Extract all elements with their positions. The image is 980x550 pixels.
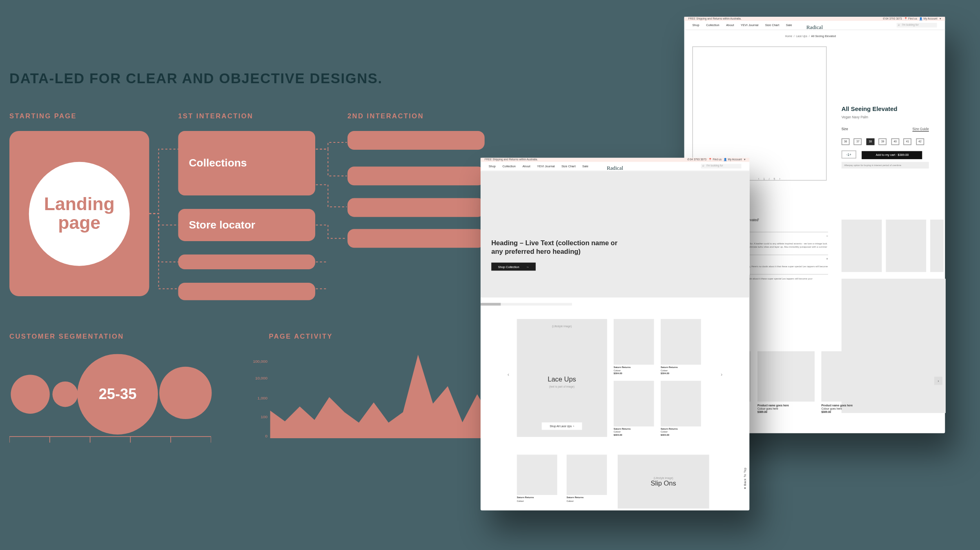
brand-logo[interactable]: Radical bbox=[806, 24, 823, 30]
ytick-10000: 10,000 bbox=[241, 376, 267, 380]
phone-number-2: 04 3793 3073 bbox=[690, 158, 706, 161]
related-thumb-2[interactable] bbox=[886, 220, 926, 272]
mini-product-1[interactable]: Saturn ReturnsColour$304.00 bbox=[614, 319, 654, 375]
second-interaction-4 bbox=[347, 229, 485, 248]
rec-price-2: $389.00 bbox=[757, 410, 767, 414]
size-39[interactable]: 39 bbox=[879, 138, 887, 144]
related-thumb-3[interactable] bbox=[930, 220, 944, 272]
mini-product-4[interactable]: Saturn ReturnsColour$304.00 bbox=[661, 381, 701, 437]
nav2-shop[interactable]: Shop bbox=[489, 164, 496, 168]
nav2-collection[interactable]: Collection bbox=[502, 164, 516, 168]
scroll-indicator bbox=[481, 303, 572, 306]
product-info: All Seeing Elevated Vegan Navy Palm Size… bbox=[842, 105, 929, 168]
find-us-link[interactable]: Find us bbox=[908, 17, 917, 20]
mini-price-3: $304.00 bbox=[661, 372, 669, 375]
nav-sizechart[interactable]: Size Chart bbox=[765, 24, 780, 27]
featured-category-card[interactable]: (Lifestyle image) Lace Ups (text is part… bbox=[517, 319, 607, 437]
nav2-journal[interactable]: YEVI Journal bbox=[537, 164, 555, 168]
mini-product-2[interactable]: Saturn ReturnsColour$304.00 bbox=[614, 381, 654, 437]
rec-card-2[interactable]: Product name goes hereColour goes here$3… bbox=[757, 351, 815, 414]
rec-meta-3: Colour goes here bbox=[821, 407, 842, 410]
featured-row: (Lifestyle image) Lace Ups (text is part… bbox=[481, 319, 749, 437]
search-input[interactable]: I'm looking for bbox=[897, 23, 937, 28]
mini-name-3: Saturn Returns bbox=[661, 366, 678, 369]
my-account-link[interactable]: My Account bbox=[924, 17, 938, 20]
interaction-store-locator: Store locator bbox=[178, 209, 315, 241]
mini-img-5 bbox=[517, 455, 557, 495]
pager-current: 1 bbox=[763, 177, 765, 180]
add-to-cart-button[interactable]: Add to my cart · $389.00 bbox=[862, 151, 922, 159]
mock-listing-page: FREE Shipping and Returns within Austral… bbox=[481, 158, 749, 510]
nav2-about[interactable]: About bbox=[522, 164, 530, 168]
mini-product-3[interactable]: Saturn ReturnsColour$304.00 bbox=[661, 319, 701, 375]
nav2-sale[interactable]: Sale bbox=[582, 164, 588, 168]
interaction-item-3 bbox=[178, 255, 315, 269]
chevron-down-icon-2: ▾ bbox=[744, 158, 745, 161]
search-placeholder-2: I'm looking for bbox=[706, 164, 723, 167]
size-38[interactable]: 38 bbox=[866, 138, 875, 144]
featured-category-card-2[interactable]: (Lifestyle image) Slip Ons bbox=[618, 455, 709, 508]
search-input-2[interactable]: I'm looking for bbox=[701, 164, 742, 169]
mini-meta-5: Colour bbox=[517, 499, 524, 502]
size-40[interactable]: 40 bbox=[891, 138, 899, 144]
product-row-2: Saturn ReturnsColour Saturn ReturnsColou… bbox=[517, 455, 607, 502]
featured-category-sub: (text is part of image) bbox=[549, 385, 575, 388]
related-thumb-1[interactable] bbox=[842, 220, 882, 272]
size-37[interactable]: 37 bbox=[854, 138, 862, 144]
nav2-sizechart[interactable]: Size Chart bbox=[561, 164, 576, 168]
plus-icon: + bbox=[826, 257, 828, 260]
crumb-current: All Seeing Elevated bbox=[811, 34, 836, 38]
mini-img-1 bbox=[614, 319, 654, 365]
nav-about[interactable]: About bbox=[726, 24, 734, 27]
featured-category-title-2: Slip Ons bbox=[650, 479, 676, 487]
mini-meta-1: Colour bbox=[614, 369, 621, 372]
my-account-link-2[interactable]: My Account bbox=[728, 158, 742, 161]
chevron-down-icon: ▾ bbox=[940, 17, 941, 20]
arrow-right-icon[interactable]: › bbox=[779, 177, 780, 181]
back-to-top-button[interactable]: ▲ Back To Top bbox=[743, 467, 746, 490]
mini-price-2: $304.00 bbox=[614, 434, 622, 437]
qty-value: 1 bbox=[848, 153, 850, 157]
brand-logo-2[interactable]: Radical bbox=[607, 165, 623, 171]
mini-img-2 bbox=[614, 381, 654, 426]
crumb-cat[interactable]: Lace Ups bbox=[796, 34, 807, 38]
size-36[interactable]: 36 bbox=[842, 138, 850, 144]
shop-collection-button[interactable]: Shop Collection→ bbox=[491, 263, 536, 271]
nav-sale[interactable]: Sale bbox=[786, 24, 792, 27]
featured-category-title: Lace Ups bbox=[548, 375, 576, 383]
find-us-link-2[interactable]: Find us bbox=[713, 158, 722, 161]
pager-total: 5 bbox=[774, 177, 775, 180]
lifestyle-caption: (Lifestyle image) bbox=[552, 324, 572, 328]
carousel-next-icon[interactable]: › bbox=[934, 377, 942, 385]
shop-collection-label: Shop Collection bbox=[498, 265, 519, 268]
mini-product-6[interactable]: Saturn ReturnsColour bbox=[567, 455, 607, 502]
mini-product-5[interactable]: Saturn ReturnsColour bbox=[517, 455, 557, 502]
label-col-1st: 1ST INTERACTION bbox=[178, 112, 253, 120]
phone-number: 04 3793 3073 bbox=[886, 17, 902, 20]
mini-name-2: Saturn Returns bbox=[614, 428, 631, 430]
mini-price-1: $304.00 bbox=[614, 372, 622, 375]
size-42[interactable]: 42 bbox=[916, 138, 924, 144]
search-placeholder: I'm looking for bbox=[902, 23, 919, 26]
interaction-collections: Collections bbox=[178, 131, 315, 195]
arrow-left-icon[interactable]: ‹ bbox=[758, 177, 760, 181]
size-41[interactable]: 41 bbox=[904, 138, 912, 144]
quantity-stepper[interactable]: - 1 + bbox=[842, 151, 856, 159]
mini-meta-4: Colour bbox=[661, 430, 668, 433]
rec-card-3[interactable]: Product name goes hereColour goes here$3… bbox=[821, 351, 878, 414]
product-variant: Vegan Navy Palm bbox=[842, 115, 929, 119]
landing-page-card: Landing page bbox=[9, 131, 149, 296]
landing-circle: Landing page bbox=[29, 162, 130, 266]
crumb-home[interactable]: Home bbox=[785, 34, 793, 38]
size-guide-link[interactable]: Size Guide bbox=[912, 127, 929, 131]
nav-journal[interactable]: YEVI Journal bbox=[741, 24, 758, 27]
nav-shop[interactable]: Shop bbox=[692, 24, 699, 27]
ytick-100000: 100,000 bbox=[241, 359, 267, 364]
segment-bubble-2 bbox=[52, 381, 78, 407]
shop-laceups-button[interactable]: Shop All Lace Ups › bbox=[541, 422, 582, 430]
promo-left: FREE Shipping and Returns within Austral… bbox=[688, 18, 742, 20]
nav-collection[interactable]: Collection bbox=[706, 24, 719, 27]
user-icon-2: 👤 bbox=[724, 158, 728, 161]
mini-name-5: Saturn Returns bbox=[517, 496, 534, 499]
segment-main-label: 25-35 bbox=[99, 386, 137, 403]
